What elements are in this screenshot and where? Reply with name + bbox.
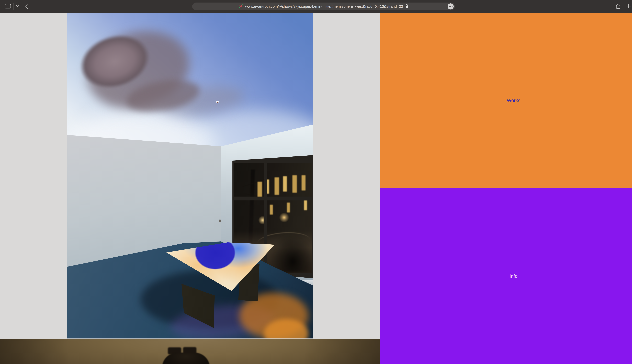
chevron-left-icon xyxy=(25,4,28,9)
works-section: Works xyxy=(380,13,632,188)
back-button[interactable] xyxy=(25,4,28,9)
window-mullion xyxy=(264,163,267,272)
room-corner xyxy=(221,146,221,257)
site-favicon xyxy=(238,4,243,9)
browser-toolbar: www.evan-roth.com/~/shows/skyscapes-berl… xyxy=(0,0,632,13)
bicycle-silhouette xyxy=(272,236,312,273)
wall-socket xyxy=(219,220,221,222)
address-bar[interactable]: www.evan-roth.com/~/shows/skyscapes-berl… xyxy=(192,2,455,10)
paraglider-shape xyxy=(216,101,219,104)
plus-icon xyxy=(626,4,631,9)
share-icon xyxy=(616,3,620,10)
nav-column: Works Info xyxy=(380,13,632,364)
works-link[interactable]: Works xyxy=(507,98,520,103)
lit-building-window xyxy=(258,182,262,197)
window-mullion xyxy=(234,196,312,200)
page-more-button[interactable] xyxy=(448,4,454,10)
street-lamp-glow xyxy=(279,212,289,222)
sidebar-toggle-icon xyxy=(4,4,11,9)
new-tab-button[interactable] xyxy=(626,4,631,9)
sidebar-toggle-button[interactable] xyxy=(4,4,11,9)
chevron-down-icon xyxy=(16,5,19,8)
gallery-column xyxy=(0,13,380,364)
info-section: Info xyxy=(380,188,632,364)
share-button[interactable] xyxy=(616,3,620,10)
gallery-photo-room xyxy=(67,13,313,338)
page-content: Works Info xyxy=(0,13,632,364)
url-text: www.evan-roth.com/~/shows/skyscapes-berl… xyxy=(245,4,403,8)
lock-icon xyxy=(405,4,409,9)
toolbar-divider xyxy=(14,3,14,10)
sidebar-chevron-button[interactable] xyxy=(16,5,19,8)
gallery-photo-dark-room xyxy=(0,339,380,364)
ellipsis-icon xyxy=(449,6,450,7)
info-link[interactable]: Info xyxy=(510,274,518,279)
